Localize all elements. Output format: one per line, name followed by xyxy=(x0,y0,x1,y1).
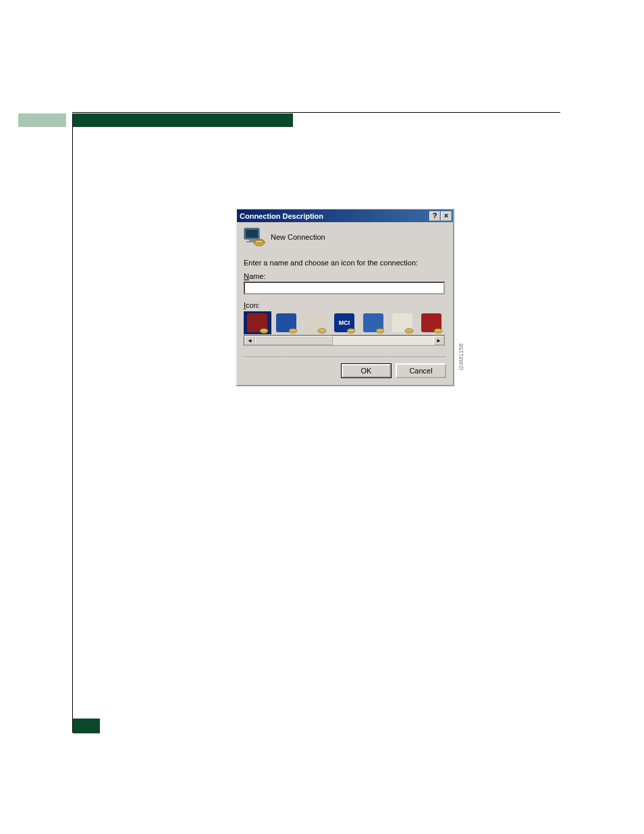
phone-icon xyxy=(375,327,385,334)
phone-icon xyxy=(433,327,443,334)
titlebar-buttons: ? × xyxy=(429,211,452,221)
ok-button[interactable]: OK xyxy=(341,363,392,378)
connection-description-dialog: Connection Description ? × New xyxy=(236,208,454,386)
phone-icon xyxy=(404,327,414,334)
svg-rect-17 xyxy=(406,330,412,332)
scroll-thumb[interactable] xyxy=(255,336,333,345)
name-label: Name: xyxy=(244,272,446,280)
icon-mci[interactable]: MCI xyxy=(331,311,358,334)
phone-icon xyxy=(288,327,298,334)
scroll-track[interactable] xyxy=(255,336,433,345)
top-horizontal-rule xyxy=(72,112,560,113)
icon-red-globe-swatch xyxy=(247,313,267,332)
vertical-rule xyxy=(72,113,73,733)
icon-mci-swatch: MCI xyxy=(334,313,354,332)
page-number-block xyxy=(73,719,100,733)
icon-red-umbrella-swatch xyxy=(421,313,441,332)
new-connection-label: New Connection xyxy=(271,233,325,241)
svg-rect-9 xyxy=(290,330,296,332)
dialog-body: New Connection Enter a name and choose a… xyxy=(237,222,453,385)
dialog-title: Connection Description xyxy=(240,212,429,220)
icon-picker: MCI ◄ ► xyxy=(244,311,445,346)
name-label-hotkey: N xyxy=(244,272,249,280)
scroll-right-button[interactable]: ► xyxy=(433,336,444,345)
button-row: OK Cancel xyxy=(244,363,446,378)
icon-news-mail-swatch xyxy=(305,313,325,332)
figure-id-text: i24M1158 xyxy=(458,343,464,370)
svg-rect-1 xyxy=(246,230,258,238)
icon-row: MCI xyxy=(244,311,445,335)
icon-news-mail[interactable] xyxy=(302,311,329,334)
svg-rect-15 xyxy=(377,330,383,332)
dialog-divider xyxy=(244,357,446,358)
icon-document[interactable] xyxy=(388,311,416,334)
close-icon: × xyxy=(444,212,448,219)
icon-scrollbar: ◄ ► xyxy=(244,335,445,346)
svg-rect-13 xyxy=(348,330,354,332)
icon-red-globe[interactable] xyxy=(244,311,271,334)
name-label-rest: ame: xyxy=(249,272,265,280)
icon-document-swatch xyxy=(392,313,412,332)
svg-rect-11 xyxy=(319,330,325,332)
chevron-right-icon: ► xyxy=(436,338,441,344)
phone-icon xyxy=(346,327,356,334)
svg-rect-7 xyxy=(261,330,267,332)
icon-ge-circle-swatch xyxy=(363,313,383,332)
icon-label: Icon: xyxy=(244,301,446,309)
cancel-button[interactable]: Cancel xyxy=(396,363,446,378)
new-connection-row: New Connection xyxy=(244,228,446,246)
phone-icon xyxy=(317,327,327,334)
scroll-left-button[interactable]: ◄ xyxy=(244,336,255,345)
svg-rect-2 xyxy=(249,239,254,241)
prompt-text: Enter a name and choose an icon for the … xyxy=(244,259,446,267)
phone-icon xyxy=(259,327,269,334)
section-header-bar xyxy=(72,113,293,127)
close-button[interactable]: × xyxy=(441,211,452,221)
new-connection-icon xyxy=(244,228,265,246)
help-button[interactable]: ? xyxy=(429,211,440,221)
icon-ge-circle[interactable] xyxy=(359,311,387,334)
icon-label-rest: con: xyxy=(246,301,260,309)
icon-att-globe-swatch xyxy=(276,313,296,332)
svg-rect-19 xyxy=(435,330,441,332)
icon-att-globe[interactable] xyxy=(273,311,300,334)
chevron-left-icon: ◄ xyxy=(247,338,252,344)
icon-red-umbrella[interactable] xyxy=(417,311,445,334)
left-pale-tab xyxy=(18,113,66,127)
name-input[interactable] xyxy=(244,282,445,294)
svg-rect-5 xyxy=(255,240,263,243)
ok-button-label: OK xyxy=(342,364,391,377)
dialog-titlebar: Connection Description ? × xyxy=(237,209,453,222)
help-icon: ? xyxy=(433,212,437,219)
